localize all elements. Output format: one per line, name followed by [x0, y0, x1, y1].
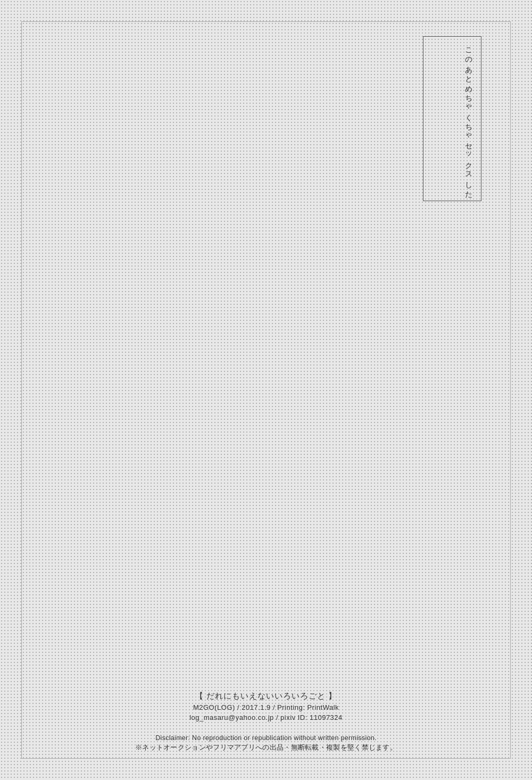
- disclaimer-line2: ※ネットオークションやフリマアプリへの出品・無断転載・複製を堅く禁じます。: [135, 743, 397, 752]
- footer-info-line1: M2GO(LOG) / 2017.1.9 / Printing: PrintWa…: [193, 703, 339, 711]
- book-title: 【 だれにもいえないいろいろごと 】: [195, 691, 337, 701]
- footer-info-line2: log_masaru@yahoo.co.jp / pixiv ID: 11097…: [189, 713, 343, 721]
- disclaimer-section: Disclaimer: No reproduction or republica…: [0, 734, 532, 752]
- story-text: このあとめちゃくちゃセックスした: [464, 42, 473, 195]
- footer-section: 【 だれにもいえないいろいろごと 】 M2GO(LOG) / 2017.1.9 …: [0, 691, 532, 721]
- disclaimer-line1: Disclaimer: No reproduction or republica…: [155, 734, 377, 742]
- story-text-box: このあとめちゃくちゃセックスした: [423, 36, 481, 201]
